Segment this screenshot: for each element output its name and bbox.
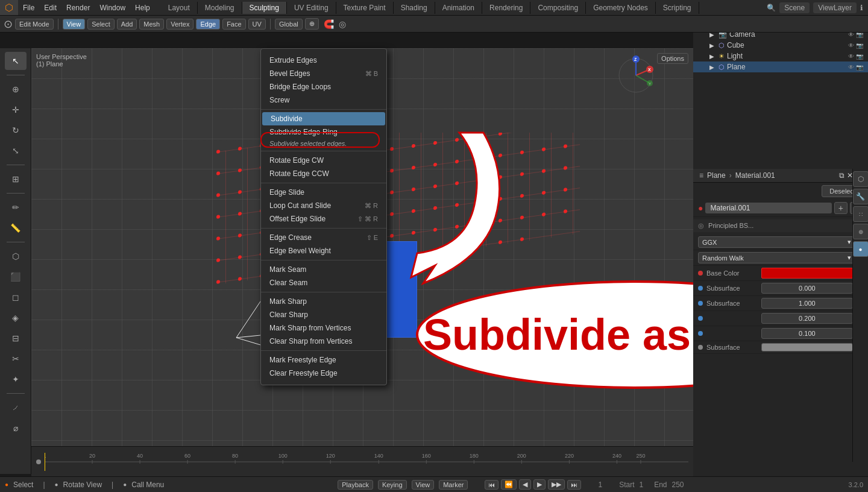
prop-tab-physics[interactable]: ⊕ <box>853 224 869 239</box>
ws-scripting[interactable]: Scripting <box>656 2 699 14</box>
face-btn[interactable]: Face <box>222 19 245 30</box>
snap-icon[interactable]: 🧲 <box>324 19 334 29</box>
duplicate-icon[interactable]: ⧉ <box>839 171 844 180</box>
menu-render[interactable]: Render <box>61 2 95 14</box>
sub-dot2[interactable] <box>698 301 703 306</box>
menu-clear-sharp[interactable]: Clear Sharp <box>261 308 386 321</box>
ws-texture[interactable]: Texture Paint <box>336 2 394 14</box>
sidebar-rotate-tool[interactable]: ↻ <box>5 121 27 139</box>
base-color-dot[interactable] <box>698 271 703 276</box>
xyz-gizmo[interactable]: X Y Z <box>615 54 657 96</box>
sub-dot1[interactable] <box>698 286 703 291</box>
menu-file[interactable]: File <box>18 2 39 14</box>
vertex-btn[interactable]: Vertex <box>166 19 193 30</box>
random-walk-dropdown[interactable]: Random Walk ▾ <box>698 252 855 263</box>
ws-modeling[interactable]: Modeling <box>198 2 242 14</box>
menu-bevel-edges[interactable]: Bevel Edges ⌘ B <box>261 67 386 80</box>
sidebar-scale-tool[interactable]: ⤡ <box>5 142 27 160</box>
material-name[interactable]: Material.001 <box>705 203 831 213</box>
ws-compositing[interactable]: Compositing <box>530 2 586 14</box>
playback-dropdown[interactable]: Playback <box>338 480 373 490</box>
mode-dropdown[interactable]: Edit Mode <box>15 19 54 30</box>
view-btn[interactable]: View <box>63 19 86 30</box>
sidebar-cursor-tool[interactable]: ⊕ <box>5 80 27 98</box>
breadcrumb-material[interactable]: Material.001 <box>735 171 775 180</box>
view-btn-bottom[interactable]: View <box>412 480 435 490</box>
mesh-btn[interactable]: Mesh <box>139 19 164 30</box>
sidebar-move-tool[interactable]: ✛ <box>5 101 27 119</box>
sidebar-select-tool[interactable]: ↖ <box>5 52 27 70</box>
menu-mark-sharp-vertices[interactable]: Mark Sharp from Vertices <box>261 321 386 335</box>
sidebar-knife-tool[interactable]: ✂ <box>5 350 27 368</box>
prev-frame-btn[interactable]: ◀ <box>519 479 531 490</box>
ws-animation[interactable]: Animation <box>435 2 482 14</box>
options-btn[interactable]: Options <box>657 53 688 64</box>
marker-btn[interactable]: Marker <box>439 480 468 490</box>
menu-extrude-edges[interactable]: Extrude Edges <box>261 54 386 67</box>
menu-window[interactable]: Window <box>95 2 130 14</box>
pivot-btn[interactable]: ⊕ <box>305 18 319 30</box>
ws-rendering[interactable]: Rendering <box>482 2 530 14</box>
add-material-btn[interactable]: + <box>834 202 848 214</box>
base-color-value[interactable] <box>761 268 853 279</box>
menu-screw[interactable]: Screw <box>261 93 386 107</box>
sub-value1[interactable]: 0.000 <box>761 283 853 294</box>
sidebar-shear-tool[interactable]: ⟋ <box>5 399 27 417</box>
next-frame-btn[interactable]: ▶▶ <box>548 479 565 490</box>
uv-btn[interactable]: UV <box>248 19 266 30</box>
sidebar-polypen-tool[interactable]: ✦ <box>5 370 27 388</box>
prop-tab-modifier[interactable]: 🔧 <box>853 189 869 204</box>
prop-tab-material[interactable]: ● <box>853 241 869 257</box>
menu-edit[interactable]: Edit <box>39 2 61 14</box>
light-eye-icon[interactable]: 👁 <box>848 53 854 60</box>
prop-tab-particles[interactable]: ∷ <box>853 206 869 222</box>
menu-help[interactable]: Help <box>130 2 155 14</box>
viewlayer-label[interactable]: ViewLayer <box>813 2 857 13</box>
menu-mark-freestyle[interactable]: Mark Freestyle Edge <box>261 353 386 367</box>
ggx-dropdown[interactable]: GGX ▾ <box>698 236 855 248</box>
ws-uv[interactable]: UV Editing <box>287 2 336 14</box>
sidebar-transform-tool[interactable]: ⊞ <box>5 170 27 188</box>
proportional-icon[interactable]: ◎ <box>339 19 346 29</box>
sidebar-inset-tool[interactable]: ◻ <box>5 288 27 306</box>
jump-end-btn[interactable]: ⏭ <box>567 480 581 490</box>
light-render-icon[interactable]: 📷 <box>856 53 863 60</box>
menu-bridge-edge-loops[interactable]: Bridge Edge Loops <box>261 80 386 93</box>
render-icon[interactable]: 🔍 <box>767 4 776 12</box>
transform-dropdown[interactable]: Global <box>275 19 303 30</box>
sub-value5[interactable] <box>761 343 853 352</box>
plane-eye-icon[interactable]: 👁 <box>848 64 854 71</box>
mode-icon[interactable]: ⊙ <box>4 17 13 31</box>
outliner-plane[interactable]: ▶ ⬡ Plane 👁 📷 <box>693 62 868 72</box>
sidebar-bevel-tool[interactable]: ◈ <box>5 309 27 327</box>
sidebar-extrude-tool[interactable]: ⬛ <box>5 268 27 286</box>
cube-render-icon[interactable]: 📷 <box>856 42 863 49</box>
sidebar-annotate-tool[interactable]: ✏ <box>5 198 27 216</box>
ws-shading[interactable]: Shading <box>394 2 435 14</box>
prop-tab-object[interactable]: ⬡ <box>853 171 869 187</box>
scene-label[interactable]: Scene <box>779 2 810 13</box>
ws-geo-nodes[interactable]: Geometry Nodes <box>586 2 656 14</box>
jump-start-btn[interactable]: ⏮ <box>485 480 498 490</box>
plane-render-icon[interactable]: 📷 <box>856 64 863 71</box>
breadcrumb-plane[interactable]: Plane <box>707 171 726 180</box>
ws-layout[interactable]: Layout <box>161 2 198 14</box>
sub-value4[interactable]: 0.100 <box>761 328 853 339</box>
sub-value2[interactable]: 1.000 <box>761 298 853 309</box>
keying-dropdown[interactable]: Keying <box>378 480 407 490</box>
cube-eye-icon[interactable]: 👁 <box>848 42 854 49</box>
ws-sculpting[interactable]: Sculpting <box>242 2 287 14</box>
sidebar-measure-tool[interactable]: 📏 <box>5 219 27 237</box>
sidebar-loop-cut-tool[interactable]: ⊟ <box>5 329 27 347</box>
sidebar-smooth-tool[interactable]: ⌀ <box>5 419 27 437</box>
info-icon[interactable]: ℹ <box>860 4 863 12</box>
play-btn[interactable]: ▶ <box>533 479 546 490</box>
sub-value3[interactable]: 0.200 <box>761 313 853 324</box>
prev-keyframe-btn[interactable]: ⏪ <box>501 479 517 490</box>
sidebar-add-tool[interactable]: ⬡ <box>5 247 27 265</box>
select-btn[interactable]: Select <box>87 19 115 30</box>
edge-btn[interactable]: Edge <box>196 19 220 30</box>
menu-clear-sharp-vertices[interactable]: Clear Sharp from Vertices <box>261 335 386 348</box>
blender-icon[interactable]: ⬡ <box>0 0 18 15</box>
menu-subdivide[interactable]: Subdivide <box>262 112 385 125</box>
